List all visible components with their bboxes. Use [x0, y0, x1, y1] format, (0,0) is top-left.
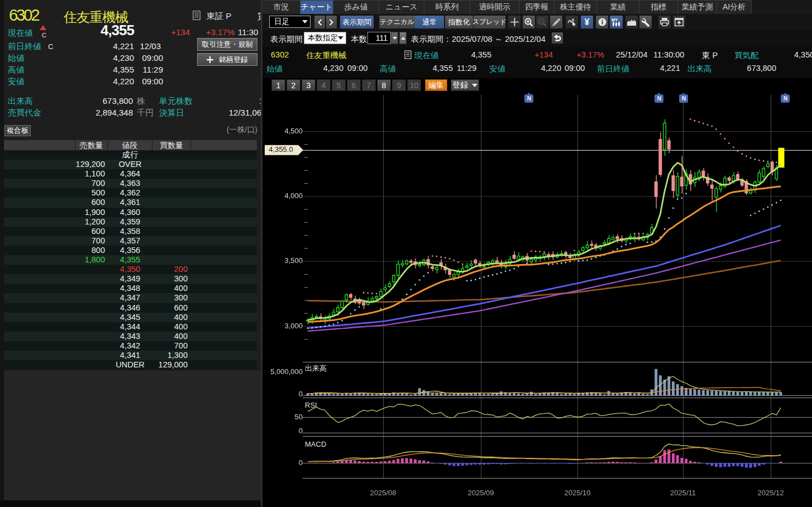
order-book-row[interactable]: UNDER 129,000	[4, 360, 257, 370]
order-book-row[interactable]: 4,348 400	[4, 284, 257, 293]
stock-detail-panel: 6302 住友重機械 東証 P 貸借 現在値 C 4,355 +134 +3.1…	[0, 0, 261, 507]
register-chart-button[interactable]: 登録	[451, 79, 479, 91]
order-book-row[interactable]: 4,343 400	[4, 332, 257, 341]
area-chart-button[interactable]	[625, 16, 638, 28]
print-button[interactable]	[658, 16, 671, 28]
count-up-spinner[interactable]	[399, 32, 407, 44]
price-level: OVER	[108, 160, 152, 169]
count-down-spinner[interactable]	[391, 32, 398, 44]
chart-panel: 市況 チャート 歩み値 ニュース 時系列 適時開示 四季報	[262, 0, 812, 507]
chart-preset-button[interactable]: 5	[332, 79, 346, 91]
sell-quantity	[4, 303, 108, 313]
board-unit-note: (一株/口)	[227, 125, 257, 135]
spread-mode-button[interactable]: スプレッド	[474, 16, 505, 28]
price-level: 4,347	[108, 293, 152, 303]
normal-mode-button[interactable]: 通常	[415, 16, 444, 28]
tab[interactable]: 業績	[597, 0, 639, 14]
trendline-button[interactable]	[566, 16, 578, 28]
yen-scale-button[interactable]: ¥	[581, 16, 593, 28]
order-book-row[interactable]: 600 4,361	[4, 198, 257, 207]
price-chart[interactable]	[262, 93, 812, 507]
price-level: 4,363	[108, 179, 152, 188]
chart-preset-button[interactable]: 4	[317, 79, 331, 91]
info-change-pct: +3.17%	[575, 50, 604, 59]
order-book-row[interactable]: 4,345 400	[4, 313, 257, 322]
chart-preset-button[interactable]: 1	[271, 79, 285, 91]
sell-quantity: 1,100	[4, 169, 108, 179]
zoom-in-button[interactable]	[523, 16, 535, 28]
window-popout-icon	[675, 18, 684, 26]
period-mode-select[interactable]: 本数指定	[304, 32, 346, 44]
zoom-out-button[interactable]	[536, 16, 548, 28]
chevron-down-icon	[302, 20, 308, 23]
chart-preset-button[interactable]: 7	[362, 79, 376, 91]
order-book-row[interactable]: 4,341 1,300	[4, 351, 257, 360]
order-book-row[interactable]: 1,100 4,364	[4, 169, 257, 179]
buy-quantity	[152, 188, 191, 198]
my-chart-button[interactable]: MY	[610, 16, 623, 28]
chart-preset-button[interactable]: 9	[392, 79, 406, 91]
popout-button[interactable]	[673, 16, 685, 28]
chart-preset-button[interactable]: 2	[286, 79, 300, 91]
tab[interactable]: 指標	[639, 0, 678, 14]
reset-period-button[interactable]	[552, 32, 563, 44]
buy-quantity	[152, 227, 191, 236]
chart-preset-button[interactable]: 10	[407, 79, 421, 91]
add-chart-button[interactable]	[508, 16, 520, 28]
chart-preset-button[interactable]: 3	[302, 79, 316, 91]
order-book-row[interactable]: 600 4,358	[4, 227, 257, 236]
price-change: +134	[134, 27, 190, 37]
document-icon	[404, 50, 412, 59]
spinner-down-icon	[393, 37, 397, 40]
buy-quantity: 300	[152, 274, 191, 284]
trade-caution-button[interactable]: 取引注意・規制	[197, 38, 257, 51]
order-book-row[interactable]: 500 4,362	[4, 188, 257, 198]
order-book-row[interactable]: 4,349 300	[4, 274, 257, 284]
order-book-row[interactable]: 700 4,363	[4, 179, 257, 188]
settlement-value: 12/31,06/30	[212, 108, 261, 117]
tab[interactable]: AI分析	[717, 0, 752, 14]
indexed-mode-button[interactable]: 指数化	[445, 16, 473, 28]
order-book-row[interactable]: 1,900 4,360	[4, 208, 257, 217]
order-book-row[interactable]: 4,346 600	[4, 303, 257, 313]
chart-preset-button[interactable]: 6	[347, 79, 361, 91]
tab[interactable]: 時系列	[424, 0, 470, 14]
draw-button[interactable]	[550, 16, 562, 28]
display-period-button[interactable]: 表示期間	[340, 16, 374, 28]
technical-button[interactable]: テクニカル	[379, 16, 415, 28]
tab[interactable]: 適時開示	[470, 0, 519, 14]
settings-button[interactable]	[639, 16, 652, 28]
order-book-row[interactable]: 成行	[4, 150, 257, 160]
tab[interactable]: 歩み値	[333, 0, 379, 14]
buy-quantity	[152, 208, 191, 217]
interval-select[interactable]: 日足	[269, 16, 311, 28]
order-book-row[interactable]: 1,800 4,355	[4, 255, 257, 265]
edit-presets-button[interactable]: 編集	[425, 79, 447, 91]
tab[interactable]: 市況	[262, 0, 300, 14]
order-book: 売数量 値段 買数量 成行 129,200 OVER	[4, 140, 257, 370]
tab[interactable]: 業績予測	[678, 0, 717, 14]
info-button[interactable]	[596, 16, 608, 28]
order-book-row[interactable]: 700 4,357	[4, 236, 257, 246]
order-book-row[interactable]: 1,200 4,359	[4, 217, 257, 227]
add-watchlist-button[interactable]: 銘柄登録	[197, 53, 257, 66]
window-edge	[0, 0, 4, 507]
tab[interactable]: ニュース	[379, 0, 424, 14]
buy-quantity: 400	[152, 284, 191, 293]
bar-count-input[interactable]: 111	[367, 32, 391, 44]
order-book-row[interactable]: 4,350 200	[4, 265, 257, 274]
printer-icon	[660, 18, 669, 26]
prev-button[interactable]	[314, 16, 325, 28]
order-book-row[interactable]: 129,200 OVER	[4, 160, 257, 169]
order-book-row[interactable]: 4,347 300	[4, 293, 257, 303]
next-button[interactable]	[326, 16, 337, 28]
chart-preset-button[interactable]: 8	[377, 79, 391, 91]
tab[interactable]: 四季報	[519, 0, 555, 14]
order-book-row[interactable]: 800 4,356	[4, 246, 257, 255]
tab[interactable]: チャート	[300, 0, 333, 14]
tab[interactable]: 株主優待	[555, 0, 597, 14]
composite-board-button[interactable]: 複合板	[4, 125, 31, 136]
info-name: 住友重機械	[306, 50, 347, 61]
order-book-row[interactable]: 4,344 400	[4, 322, 257, 332]
order-book-row[interactable]: 4,342 700	[4, 341, 257, 351]
